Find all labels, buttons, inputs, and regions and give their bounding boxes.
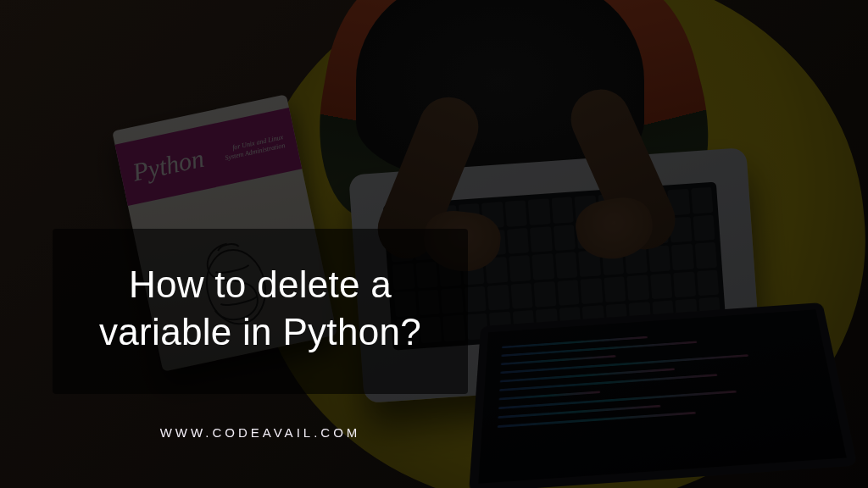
site-url: WWW.CODEAVAIL.COM	[53, 425, 468, 440]
headline-panel: How to delete a variable in Python?	[53, 229, 468, 394]
headline-text: How to delete a variable in Python?	[81, 261, 439, 357]
hero-image: Python for Unix and Linux System Adminis…	[0, 0, 868, 488]
